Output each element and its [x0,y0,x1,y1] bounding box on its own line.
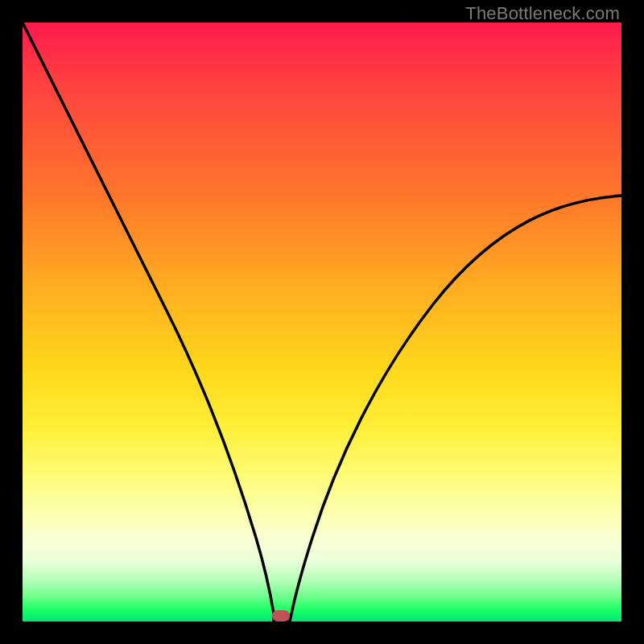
watermark-text: TheBottleneck.com [465,3,620,24]
curve-right-branch [290,196,621,621]
curve-left-branch [23,23,274,621]
chart-frame: TheBottleneck.com [0,0,644,644]
bottleneck-curve [23,23,621,621]
plot-area [23,23,621,621]
optimal-marker [272,610,290,621]
